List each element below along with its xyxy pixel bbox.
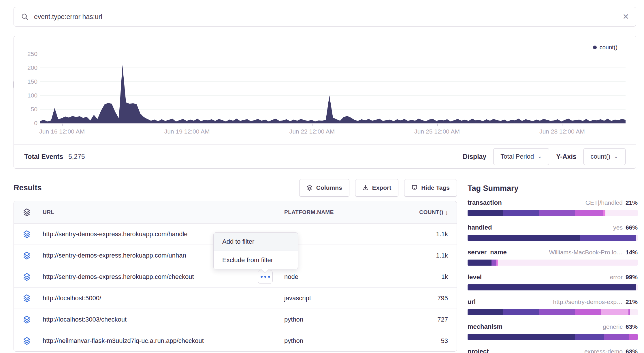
tag-entry: server_name Williams-MacBook-Pro.lo… 14% — [468, 249, 638, 266]
tag-bar-segment — [636, 284, 638, 290]
display-dropdown[interactable]: Total Period ⌄ — [493, 148, 549, 165]
stack-icon[interactable] — [22, 208, 31, 217]
tag-name: handled — [468, 224, 492, 231]
tag-bar-segment — [503, 210, 539, 216]
tag-entry: level error 99% — [468, 273, 638, 290]
url-cell[interactable]: http://sentry-demos-express.herokuapp.co… — [43, 230, 188, 238]
tag-bar-segment — [468, 235, 580, 241]
tag-list: transaction GET|/handled 21% handled yes… — [468, 199, 638, 353]
tag-distribution-bar[interactable] — [468, 260, 638, 266]
y-tick-label: 200 — [20, 64, 37, 71]
menu-item-exclude-from-filter[interactable]: Exclude from filter — [214, 251, 298, 269]
tag-summary-title: Tag Summary — [468, 184, 638, 193]
results-table: URL PLATFORM.NAME COUNT() ↓ http://sentr… — [14, 201, 457, 352]
url-cell[interactable]: http://localhost:3003/checkout — [43, 316, 127, 323]
platform-cell[interactable]: node — [284, 273, 298, 281]
sort-desc-icon: ↓ — [445, 209, 449, 216]
tag-top-percent: 14% — [626, 249, 638, 256]
cell-actions-menu: Add to filter Exclude from filter — [213, 232, 298, 269]
events-chart-panel: count() 050100150200250 Jun 16 12:00 AMJ… — [14, 36, 636, 169]
display-dropdown-value: Total Period — [500, 153, 534, 160]
legend-label: count() — [600, 44, 617, 51]
y-tick-label: 50 — [20, 106, 37, 113]
stack-icon — [22, 273, 31, 281]
tag-top-percent: 63% — [626, 323, 638, 330]
tag-entry: transaction GET|/handled 21% — [468, 199, 638, 216]
count-cell: 727 — [437, 316, 448, 323]
tag-entry: handled yes 66% — [468, 224, 638, 241]
tag-distribution-bar[interactable] — [468, 284, 638, 290]
tag-distribution-bar[interactable] — [468, 210, 638, 216]
url-cell[interactable]: http://sentry-demos-express.herokuapp.co… — [43, 252, 186, 259]
tag-bar-segment — [630, 309, 638, 315]
chart-footer: Total Events 5,275 Display Total Period … — [14, 145, 636, 168]
button-label: Export — [372, 184, 391, 191]
tag-bar-segment — [539, 210, 575, 216]
tag-distribution-bar[interactable] — [468, 235, 638, 241]
platform-cell[interactable]: python — [284, 316, 303, 323]
tag-bar-segment — [575, 309, 601, 315]
platform-cell[interactable]: javascript — [284, 294, 311, 302]
url-cell[interactable]: http://localhost:5000/ — [43, 294, 101, 302]
tag-bar-segment — [468, 284, 636, 290]
count-cell: 53 — [441, 337, 448, 345]
tag-top-value: GET|/handled — [585, 199, 623, 206]
ellipsis-dot-icon — [264, 276, 266, 278]
column-header-count[interactable]: COUNT() ↓ — [419, 209, 449, 216]
tag-name: level — [468, 273, 482, 281]
yaxis-dropdown[interactable]: count() ⌄ — [583, 148, 626, 165]
export-button[interactable]: Export — [355, 179, 399, 197]
columns-button[interactable]: Columns — [299, 179, 349, 197]
tag-bar-segment — [601, 309, 628, 315]
column-header-url[interactable]: URL — [43, 209, 54, 215]
y-tick-label: 100 — [20, 92, 37, 99]
url-cell[interactable]: http://neilmanvar-flask-m3uuizd7iq-uc.a.… — [43, 337, 204, 345]
x-tick-mark — [187, 123, 188, 126]
tag-bar-segment — [575, 210, 603, 216]
results-toolbar: ColumnsExportHide Tags — [299, 179, 457, 197]
table-header-row: URL PLATFORM.NAME COUNT() ↓ — [14, 201, 457, 224]
total-events-value: 5,275 — [68, 153, 85, 161]
hide-tags-button[interactable]: Hide Tags — [404, 179, 457, 197]
tag-bar-segment — [629, 334, 638, 340]
download-icon — [362, 185, 369, 191]
column-header-platform[interactable]: PLATFORM.NAME — [284, 209, 334, 215]
url-cell[interactable]: http://sentry-demos-express.herokuapp.co… — [43, 273, 194, 281]
tag-top-value: yes — [613, 224, 623, 231]
tag-bar-segment — [539, 309, 575, 315]
tag-distribution-bar[interactable] — [468, 334, 638, 340]
x-tick-label: Jun 16 12:00 AM — [39, 128, 85, 135]
tag-bar-segment — [503, 309, 539, 315]
count-cell: 795 — [437, 294, 448, 302]
yaxis-label: Y-Axis — [556, 153, 576, 161]
y-tick-label: 250 — [20, 50, 37, 57]
close-icon[interactable]: ✕ — [622, 12, 629, 21]
table-row[interactable]: http://localhost:5000/ javascript 795 — [14, 287, 457, 309]
table-row[interactable]: http://localhost:3003/checkout python 72… — [14, 309, 457, 330]
tag-bar-segment — [604, 334, 629, 340]
x-tick-mark — [312, 123, 313, 126]
button-label: Columns — [316, 184, 342, 191]
x-axis-line — [40, 123, 626, 124]
search-bar[interactable]: event.type:error has:url ✕ — [14, 7, 636, 27]
tag-top-percent: 66% — [626, 224, 638, 231]
events-area-chart[interactable] — [40, 54, 626, 123]
platform-cell[interactable]: python — [284, 337, 303, 345]
tag-distribution-bar[interactable] — [468, 309, 638, 315]
table-row[interactable]: http://neilmanvar-flask-m3uuizd7iq-uc.a.… — [14, 330, 457, 351]
tag-top-value: error — [610, 274, 623, 281]
total-events-label: Total Events — [24, 153, 63, 161]
stack-icon — [306, 185, 313, 191]
x-tick-label: Jun 19 12:00 AM — [164, 128, 210, 135]
menu-item-add-to-filter[interactable]: Add to filter — [214, 233, 298, 251]
yaxis-dropdown-value: count() — [591, 153, 610, 160]
tag-bar-segment — [468, 334, 575, 340]
tag-bar-segment — [468, 260, 492, 266]
tag-top-value: generic — [603, 323, 623, 330]
tag-bar-segment — [605, 210, 638, 216]
x-tick-label: Jun 25 12:00 AM — [414, 128, 460, 135]
search-input[interactable]: event.type:error has:url — [34, 13, 622, 21]
tag-icon — [411, 185, 418, 191]
tag-name: url — [468, 298, 476, 306]
tag-bar-segment — [603, 210, 605, 216]
